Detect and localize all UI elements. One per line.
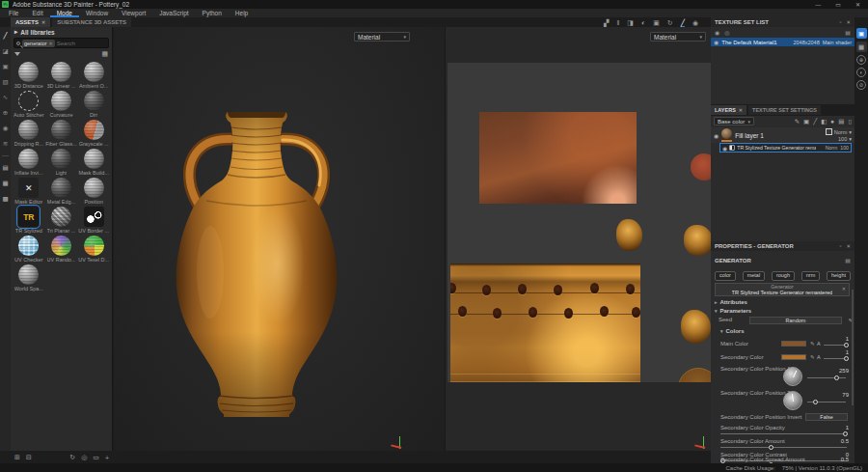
menu-javascript[interactable]: JavaScript <box>152 9 195 17</box>
panel-toggle-3[interactable]: ▩ <box>2 195 8 203</box>
library-selector[interactable]: ▸ All libraries <box>11 27 112 37</box>
asset-item[interactable]: Auto Stitcher <box>13 91 45 118</box>
projection-tool[interactable]: ▣ <box>2 63 8 70</box>
asset-item[interactable]: UV Rando... <box>45 236 78 263</box>
generator-slot[interactable]: Generator TR Stylized Texture Generator … <box>715 283 850 296</box>
parameters-group[interactable]: ▾ Parameters <box>711 308 854 314</box>
channel-color-chip[interactable]: color <box>715 271 736 281</box>
stamp-icon[interactable]: ◨ <box>627 17 634 28</box>
secondary-color-swatch[interactable] <box>781 354 806 360</box>
blend-mode-dropdown[interactable]: Norm <box>834 129 847 135</box>
opacity-dropdown[interactable]: 100 <box>840 145 849 151</box>
asset-item[interactable]: ✕Mask Editor <box>13 178 45 205</box>
menu-window[interactable]: Window <box>79 9 115 17</box>
seed-random-button[interactable]: Random <box>749 317 842 324</box>
attributes-group[interactable]: ▸ Attributes <box>711 299 854 305</box>
tab-substance-3d-assets[interactable]: SUBSTANCE 3D ASSETS <box>52 17 131 27</box>
tab-layers[interactable]: LAYERS ✕ <box>711 105 746 115</box>
link-icon[interactable]: ◎ <box>81 454 87 461</box>
menu-python[interactable]: Python <box>196 9 229 17</box>
rotate-icon[interactable]: ↻ <box>667 17 673 28</box>
position-1-knob[interactable] <box>783 367 802 386</box>
eye-icon[interactable]: ◉ <box>722 145 727 152</box>
viewport-3d[interactable]: Material ▾ <box>114 27 445 451</box>
alpha-toggle[interactable]: A <box>817 341 821 347</box>
opacity-slider[interactable] <box>720 433 847 434</box>
camera-mode-icon[interactable]: ▣ <box>653 17 660 28</box>
add-effect-icon[interactable]: ✎ <box>795 118 800 125</box>
close-button[interactable]: ✕ <box>855 1 860 8</box>
panel-close-icon[interactable]: ✕ <box>846 19 851 25</box>
polygon-fill-tool[interactable]: ▧ <box>2 78 8 86</box>
viewport-2d[interactable]: Material ▾ <box>445 27 711 451</box>
asset-item[interactable]: Inflate Invi... <box>13 149 45 176</box>
shader-dropdown-2d[interactable]: Material ▾ <box>650 32 706 42</box>
position-1-slider[interactable] <box>807 377 846 378</box>
filter-funnel-icon[interactable] <box>14 52 20 56</box>
asset-item[interactable]: Grayscale ... <box>77 120 110 147</box>
import-resources-icon[interactable]: ⊞ <box>14 454 20 461</box>
add-folder-icon[interactable]: ▤ <box>838 118 844 125</box>
chip-close-icon[interactable]: ✕ <box>49 41 53 46</box>
section-menu-icon[interactable]: ▤ <box>845 257 854 264</box>
menu-help[interactable]: Help <box>229 9 255 17</box>
asset-item[interactable]: Dripping R... <box>13 120 45 147</box>
smudge-tool[interactable]: ∿ <box>3 94 8 101</box>
eye-icon[interactable]: ◉ <box>714 132 719 139</box>
channel-rough-chip[interactable]: rough <box>772 271 795 281</box>
amount-slider[interactable] <box>720 447 847 448</box>
solo-icon[interactable]: ◎ <box>724 29 729 36</box>
render-settings-icon[interactable]: ▦ <box>856 42 867 52</box>
edit-color-icon[interactable]: ✎ <box>810 354 815 360</box>
invert-toggle-button[interactable]: False <box>805 413 848 421</box>
paint-tool[interactable]: ╱ <box>4 32 8 40</box>
panel-float-icon[interactable]: ▫ <box>839 19 841 25</box>
position-2-slider[interactable] <box>807 402 846 403</box>
position-2-knob[interactable] <box>783 391 802 410</box>
panel-close-icon[interactable]: ✕ <box>846 243 851 249</box>
channel-height-chip[interactable]: height <box>827 271 851 281</box>
delete-layer-icon[interactable]: ▯ <box>848 118 852 125</box>
main-color-slider[interactable] <box>824 345 848 346</box>
asset-item[interactable]: Curvature <box>45 91 78 118</box>
uv-canvas[interactable] <box>448 63 711 382</box>
tab-close-icon[interactable]: ✕ <box>41 19 45 25</box>
clone-tool[interactable]: ⊕ <box>3 109 8 117</box>
import-folder-icon[interactable]: ⊟ <box>26 454 32 461</box>
sync-icon[interactable]: ↻ <box>69 454 75 461</box>
asset-item[interactable]: UV Texel D... <box>77 236 110 263</box>
pause-engine-icon[interactable]: ‖ <box>616 17 619 28</box>
maximize-button[interactable]: ▭ <box>835 1 841 8</box>
generator-effect-row[interactable]: ◉ TR Stylized Texture Generator remaster… <box>719 143 852 153</box>
search-input[interactable]: generator ✕ Search <box>14 38 109 48</box>
asset-item[interactable]: Fiber Glass... <box>45 120 78 147</box>
symmetry-icon[interactable]: ▞ <box>604 17 609 28</box>
asset-item[interactable]: Light <box>45 149 78 176</box>
asset-item[interactable]: Metal Edg... <box>45 178 78 205</box>
asset-item[interactable]: UV Border ... <box>77 207 110 234</box>
asset-item[interactable]: 3D Distance <box>13 62 45 89</box>
tab-texture-set-settings[interactable]: TEXTURE SET SETTINGS <box>748 105 821 115</box>
asset-item[interactable]: World Spa... <box>13 264 45 292</box>
slot-remove-icon[interactable]: ✕ <box>842 286 846 292</box>
environment-settings-icon[interactable]: ◐ <box>856 68 866 77</box>
asset-item[interactable]: Ambient O... <box>77 62 110 89</box>
main-color-swatch[interactable] <box>781 341 806 347</box>
opacity-dropdown[interactable]: 100 <box>838 136 847 142</box>
eye-icon[interactable]: ◉ <box>714 39 719 45</box>
list-settings-icon[interactable]: ▤ <box>845 29 851 36</box>
display-settings-icon[interactable]: ▣ <box>856 28 867 39</box>
grid-view-icon[interactable]: ▦ <box>101 50 108 58</box>
asset-item[interactable]: 3D Linear ... <box>45 62 78 89</box>
effects-tool[interactable]: ≋ <box>3 140 8 148</box>
asset-item[interactable]: Position <box>77 178 110 205</box>
minimize-button[interactable]: — <box>815 2 821 8</box>
channel-metal-chip[interactable]: metal <box>743 271 765 281</box>
texture-set-row[interactable]: ◉ The Default Material1 2048x2048 Main s… <box>711 38 854 46</box>
menu-edit[interactable]: Edit <box>25 9 49 17</box>
add-fill-layer-icon[interactable]: ▣ <box>803 118 809 125</box>
asset-item[interactable]: Mask Build... <box>77 149 110 176</box>
menu-mode[interactable]: Mode <box>50 9 79 17</box>
asset-item-selected[interactable]: TRTR Stylized <box>13 207 45 234</box>
search-filter-chip[interactable]: generator ✕ <box>22 40 55 47</box>
